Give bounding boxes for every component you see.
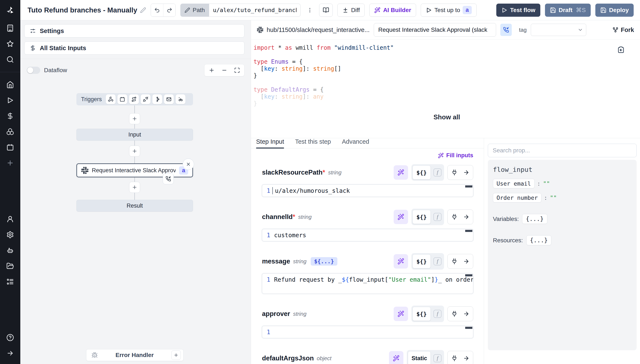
dataflow-toggle[interactable] [27,67,40,74]
arrow-right-icon[interactable] [462,169,470,176]
arrow-right-icon[interactable] [462,258,470,265]
http-route-trigger-icon[interactable] [129,94,139,104]
ai-fill-button[interactable] [394,307,408,321]
resources-boxes-icon[interactable] [0,124,20,140]
template-mode-button[interactable]: ${} [412,166,431,180]
delete-step-button[interactable] [183,158,194,170]
diff-button[interactable]: Diff [337,4,365,17]
error-handler-node[interactable]: Error Handler [86,349,184,361]
test-up-to-button[interactable]: Test up to a [421,4,476,17]
javascript-mode-button[interactable]: f [432,213,443,221]
value-editor[interactable]: 1u/alex/humorous_slack [262,184,473,197]
copy-code-clipboard-icon[interactable] [617,46,626,54]
kafka-trigger-icon[interactable] [152,94,162,104]
add-step-plus-button[interactable] [129,182,140,193]
triggers-node[interactable]: Triggers [76,93,193,106]
path-input[interactable] [209,4,300,17]
prop-key-pill[interactable]: User email [493,179,534,188]
windmill-logo-icon[interactable] [0,0,20,20]
fit-view-button[interactable] [234,67,240,74]
fork-button[interactable]: Fork [612,26,634,34]
search-icon[interactable] [0,52,20,67]
form-scroll-area[interactable]: Fill inputs slackResourcePath* string [251,148,484,364]
tab-advanced[interactable]: Advanced [342,138,369,148]
ai-fill-button[interactable] [394,254,408,268]
tab-test-this-step[interactable]: Test this step [295,138,331,148]
all-static-inputs-button[interactable]: All Static Inputs [24,42,244,54]
ai-fill-button[interactable] [394,165,408,180]
redo-button[interactable] [163,4,176,16]
plug-connect-icon[interactable] [450,213,458,221]
input-node[interactable]: Input [76,129,193,140]
template-mode-button[interactable]: ${} [412,210,431,224]
fill-inputs-button[interactable]: Fill inputs [438,152,474,159]
draft-button[interactable]: Draft ⌘S [545,4,591,17]
ai-fill-button[interactable] [394,210,408,224]
template-mode-button[interactable]: ${} [412,307,431,321]
settings-gear-icon[interactable] [0,227,20,242]
edit-title-pencil-icon[interactable] [140,7,146,13]
slack-approval-node[interactable]: Request Interactive Slack Approval (... … [76,164,193,177]
add-error-handler-button[interactable] [172,350,181,360]
user-icon[interactable] [0,211,20,227]
editor-scrollbar[interactable] [465,186,472,188]
ai-fill-button[interactable] [389,351,404,364]
websocket-trigger-icon[interactable] [141,94,150,104]
variables-pill[interactable]: {...} [522,214,547,224]
webhook-trigger-icon[interactable] [106,94,116,104]
suspend-approval-badge[interactable] [163,173,174,184]
tab-step-input[interactable]: Step Input [256,138,284,148]
collapse-arrow-icon[interactable] [0,346,20,361]
ai-builder-button[interactable]: AI Builder [369,4,416,17]
apps-list-icon[interactable] [0,274,20,290]
template-mode-button[interactable]: ${} [412,254,431,268]
undo-button[interactable] [151,4,163,16]
workers-robot-icon[interactable] [0,242,20,258]
suspend-approval-button[interactable] [500,24,512,36]
schedule-trigger-icon[interactable] [118,94,127,104]
zoom-in-button[interactable] [208,67,215,74]
hub-script-link[interactable]: hub/11500/slack/request_interactive... [257,26,370,34]
tag-select[interactable] [531,24,586,36]
value-editor[interactable]: 1 [262,326,473,338]
plug-connect-icon[interactable] [450,354,458,362]
arrow-right-icon[interactable] [462,310,470,318]
code-editor[interactable]: import * as wmill from "windmill-client"… [251,40,640,138]
schedules-calendar-icon[interactable] [0,140,20,155]
javascript-mode-button[interactable]: f [432,310,443,318]
docs-book-button[interactable] [319,4,333,17]
folders-icon[interactable] [0,258,20,274]
step-name-input[interactable] [374,23,496,36]
plug-connect-icon[interactable] [450,258,458,265]
editor-scrollbar[interactable] [465,274,472,276]
javascript-mode-button[interactable]: f [432,168,443,176]
variables-dollar-icon[interactable] [0,108,20,124]
more-menu-icon[interactable] [305,4,314,17]
path-chip[interactable]: Path [180,4,209,17]
result-node[interactable]: Result [76,200,193,212]
settings-button[interactable]: Settings [24,24,244,38]
runs-play-icon[interactable] [0,92,20,108]
deploy-button[interactable]: Deploy [595,4,634,17]
editor-scrollbar[interactable] [465,327,472,329]
plug-connect-icon[interactable] [450,169,458,176]
editor-scrollbar[interactable] [465,230,472,232]
arrow-right-icon[interactable] [462,213,470,221]
add-plus-icon[interactable] [0,155,20,171]
favorites-star-icon[interactable] [0,36,20,52]
add-step-plus-button[interactable] [129,113,140,124]
test-flow-button[interactable]: Test flow [496,4,540,17]
prop-key-pill[interactable]: Order number [493,193,542,202]
workspace-icon[interactable] [0,20,20,36]
arrow-right-icon[interactable] [462,354,470,362]
help-icon[interactable] [0,330,20,346]
show-all-button[interactable]: Show all [254,114,640,121]
resources-pill[interactable]: {...} [526,235,551,245]
email-trigger-icon[interactable] [164,94,174,104]
plug-connect-icon[interactable] [450,310,458,318]
zoom-out-button[interactable] [221,67,228,74]
poll-trigger-icon[interactable] [176,94,186,104]
value-editor[interactable]: 1customers [262,229,473,241]
home-icon[interactable] [0,77,20,92]
static-mode-button[interactable]: Static [408,351,431,364]
